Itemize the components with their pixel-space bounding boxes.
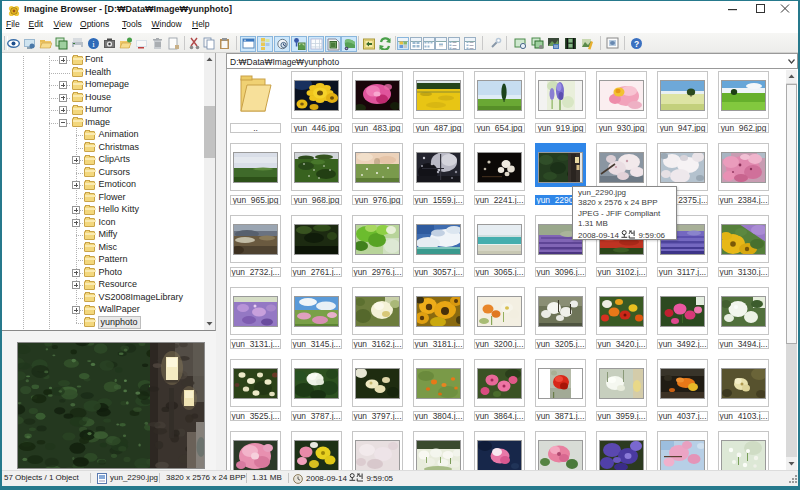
svg-text:?: ? <box>634 39 639 49</box>
